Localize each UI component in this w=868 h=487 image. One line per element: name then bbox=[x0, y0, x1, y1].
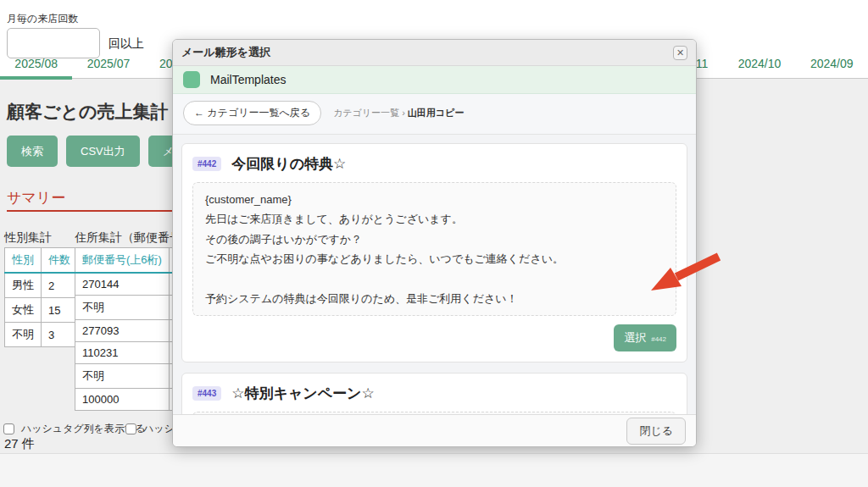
second-checkbox[interactable] bbox=[125, 423, 136, 434]
hashtag-column-checkbox-row: ハッシュタグ列を表示する bbox=[3, 422, 146, 436]
monthly-visits-suffix: 回以上 bbox=[108, 36, 144, 52]
gender-table-row: 不明3 bbox=[5, 323, 78, 347]
tab-2025-08[interactable]: 2025/08 bbox=[0, 51, 72, 79]
gender-table-row: 男性2 bbox=[5, 273, 78, 298]
gender-table-cell: 2 bbox=[42, 273, 78, 298]
tab-2024-09[interactable]: 2024/09 bbox=[796, 51, 868, 79]
customer-table-strip: 顧客名カルテ番号主担当来店回数初来店日来店日数総来店回数直近2つ前3つ前4つ前5… bbox=[0, 453, 868, 487]
template-card-443: #443☆特別キャンペーン☆☆特別キャンペーン☆施術どれでも：50％off選択#… bbox=[181, 373, 687, 414]
breadcrumb-root[interactable]: カテゴリー一覧 bbox=[333, 108, 399, 118]
select-button-442[interactable]: 選択#442 bbox=[614, 324, 676, 351]
address-section-title: 住所集計（郵便番号 bbox=[75, 230, 181, 246]
select-row: 選択#442 bbox=[192, 324, 676, 351]
modal-title: メール雛形を選択 bbox=[181, 45, 673, 60]
select-button-label: 選択 bbox=[624, 330, 646, 346]
close-icon[interactable]: ✕ bbox=[673, 46, 687, 60]
gender-table-header[interactable]: 件数 bbox=[42, 248, 78, 274]
tab-2025-07[interactable]: 2025/07 bbox=[72, 51, 144, 79]
template-body: {customer_name}先日はご来店頂きまして、ありがとうございます。その… bbox=[192, 182, 676, 316]
address-table-cell: 不明 bbox=[75, 364, 170, 389]
gender-section-title: 性別集計 bbox=[4, 230, 52, 246]
mailtemplates-icon bbox=[183, 71, 200, 88]
template-title: ☆特別キャンペーン☆ bbox=[231, 384, 374, 403]
template-body-line: 先日はご来店頂きまして、ありがとうございます。 bbox=[205, 209, 664, 229]
template-body-line: {customer_name} bbox=[205, 190, 664, 209]
page-title: 顧客ごとの売上集計 bbox=[7, 100, 168, 124]
template-body-line bbox=[205, 269, 664, 289]
select-button-badge: #442 bbox=[651, 335, 666, 343]
address-table-cell: 110231 bbox=[75, 342, 170, 364]
result-count: 27 件 bbox=[4, 436, 35, 452]
gender-table-header[interactable]: 性別 bbox=[5, 248, 42, 274]
mail-template-modal: メール雛形を選択 ✕ MailTemplates ← カテゴリー一覧へ戻る カテ… bbox=[172, 39, 697, 447]
template-body-line: その後の調子はいかがですか？ bbox=[205, 230, 664, 249]
gender-table-cell: 女性 bbox=[5, 298, 42, 323]
hashtag-column-checkbox[interactable] bbox=[3, 423, 14, 434]
tab-2024-10[interactable]: 2024/10 bbox=[723, 51, 795, 79]
breadcrumb-separator: › bbox=[402, 108, 405, 118]
search-button[interactable]: 検索 bbox=[7, 136, 58, 167]
modal-header: メール雛形を選択 ✕ bbox=[173, 40, 696, 66]
template-body-line: ご不明な点やお困りの事などありましたら、いつでもご連絡ください。 bbox=[205, 249, 664, 268]
template-title: 今回限りの特典☆ bbox=[231, 154, 346, 174]
modal-toolbar: ← カテゴリー一覧へ戻る カテゴリー一覧 › 山田用コピー bbox=[173, 94, 696, 135]
second-checkbox-row: ハッシ bbox=[125, 422, 175, 436]
address-table-header[interactable]: 郵便番号(上6桁) bbox=[75, 248, 170, 274]
template-card-head: #443☆特別キャンペーン☆ bbox=[192, 384, 676, 403]
modal-footer: 閉じる bbox=[173, 414, 696, 446]
summary-heading: サマリー bbox=[7, 188, 65, 208]
template-id-badge: #442 bbox=[192, 157, 221, 171]
gender-table-cell: 不明 bbox=[5, 323, 42, 347]
back-to-categories-button[interactable]: ← カテゴリー一覧へ戻る bbox=[183, 101, 321, 125]
breadcrumb: カテゴリー一覧 › 山田用コピー bbox=[333, 107, 464, 119]
template-card-head: #442今回限りの特典☆ bbox=[192, 154, 676, 174]
template-card-442: #442今回限りの特典☆{customer_name}先日はご来店頂きまして、あ… bbox=[181, 143, 687, 362]
gender-table-cell: 15 bbox=[42, 298, 78, 323]
mailtemplates-banner: MailTemplates bbox=[173, 66, 696, 94]
second-checkbox-label: ハッシ bbox=[143, 422, 175, 436]
template-id-badge: #443 bbox=[192, 386, 221, 401]
address-table-cell: 277093 bbox=[75, 320, 170, 342]
address-table-cell: 100000 bbox=[75, 389, 170, 411]
gender-summary-table: 性別件数男性2女性15不明3 bbox=[4, 247, 78, 347]
gender-table-cell: 男性 bbox=[5, 273, 42, 298]
gender-table-header-row: 性別件数 bbox=[5, 248, 78, 274]
gender-table-cell: 3 bbox=[42, 323, 78, 347]
mailtemplates-name: MailTemplates bbox=[210, 73, 286, 86]
csv-export-button[interactable]: CSV出力 bbox=[66, 136, 140, 167]
breadcrumb-current: 山田用コピー bbox=[408, 108, 465, 118]
monthly-visits-label: 月毎の来店回数 bbox=[7, 12, 78, 26]
template-list: #442今回限りの特典☆{customer_name}先日はご来店頂きまして、あ… bbox=[173, 135, 696, 414]
gender-table-row: 女性15 bbox=[5, 298, 78, 323]
address-table-cell: 270144 bbox=[75, 273, 170, 296]
close-button[interactable]: 閉じる bbox=[626, 418, 686, 445]
template-body-line: 予約システムの特典は今回限りのため、是非ご利用ください！ bbox=[205, 289, 664, 308]
address-table-cell: 不明 bbox=[75, 296, 170, 320]
action-button-row: 検索 CSV出力 メー bbox=[7, 136, 199, 167]
